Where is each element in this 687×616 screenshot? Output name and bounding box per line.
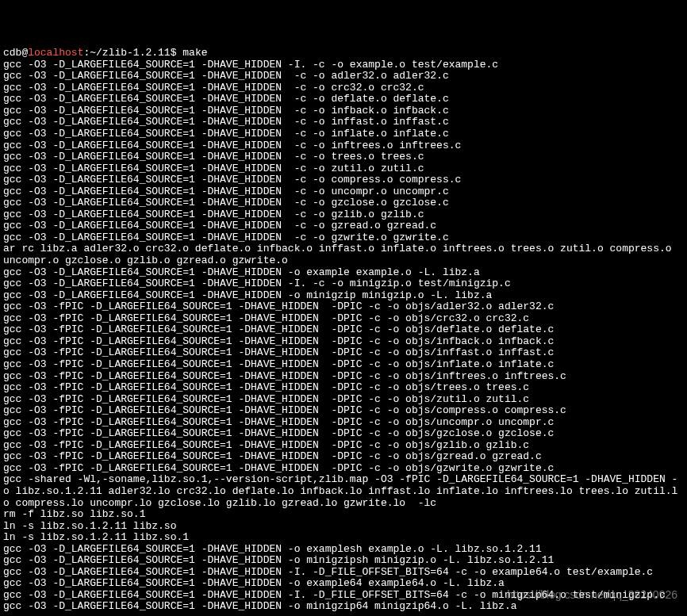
prompt-user: cdb (3, 47, 21, 59)
prompt-line: cdb@localhost:~/zlib-1.2.11$ make (3, 47, 208, 59)
prompt-host: localhost (28, 47, 83, 59)
terminal-window[interactable]: cdb@localhost:~/zlib-1.2.11$ make gcc -O… (3, 48, 684, 613)
prompt-command: make (182, 47, 207, 59)
watermark: https://blog.csdn.net/qq_38240926 (507, 589, 677, 602)
prompt-path: ~/zlib-1.2.11 (90, 47, 170, 59)
prompt-dollar: $ (171, 47, 183, 59)
terminal-output: gcc -O3 -D_LARGEFILE64_SOURCE=1 -DHAVE_H… (3, 59, 677, 613)
